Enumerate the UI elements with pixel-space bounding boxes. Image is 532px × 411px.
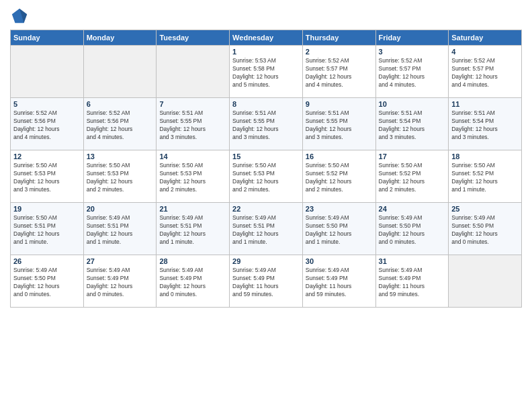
calendar-cell: 13Sunrise: 5:50 AM Sunset: 5:53 PM Dayli… bbox=[83, 150, 157, 203]
day-number: 29 bbox=[232, 257, 300, 265]
day-number: 17 bbox=[379, 152, 446, 161]
calendar-cell: 3Sunrise: 5:52 AM Sunset: 5:57 PM Daylig… bbox=[375, 46, 449, 98]
day-detail: Sunrise: 5:49 AM Sunset: 5:50 PM Dayligh… bbox=[451, 214, 519, 246]
day-detail: Sunrise: 5:52 AM Sunset: 5:56 PM Dayligh… bbox=[87, 109, 154, 142]
week-row-1: 1Sunrise: 5:53 AM Sunset: 5:58 PM Daylig… bbox=[11, 46, 522, 98]
day-detail: Sunrise: 5:49 AM Sunset: 5:51 PM Dayligh… bbox=[232, 214, 300, 246]
week-row-4: 19Sunrise: 5:50 AM Sunset: 5:51 PM Dayli… bbox=[11, 203, 522, 255]
day-detail: Sunrise: 5:49 AM Sunset: 5:50 PM Dayligh… bbox=[306, 214, 373, 246]
day-number: 13 bbox=[87, 152, 154, 161]
day-number: 28 bbox=[159, 257, 226, 265]
calendar-cell: 7Sunrise: 5:51 AM Sunset: 5:55 PM Daylig… bbox=[157, 98, 230, 150]
day-number: 26 bbox=[13, 257, 81, 265]
day-header-monday: Monday bbox=[83, 30, 157, 46]
calendar-cell: 2Sunrise: 5:52 AM Sunset: 5:57 PM Daylig… bbox=[302, 46, 375, 98]
calendar-cell: 4Sunrise: 5:52 AM Sunset: 5:57 PM Daylig… bbox=[449, 46, 522, 98]
day-detail: Sunrise: 5:50 AM Sunset: 5:53 PM Dayligh… bbox=[13, 162, 81, 194]
calendar-cell: 20Sunrise: 5:49 AM Sunset: 5:51 PM Dayli… bbox=[83, 203, 157, 255]
calendar-cell bbox=[83, 46, 157, 98]
day-detail: Sunrise: 5:49 AM Sunset: 5:51 PM Dayligh… bbox=[87, 214, 154, 246]
day-detail: Sunrise: 5:51 AM Sunset: 5:55 PM Dayligh… bbox=[232, 109, 300, 142]
day-detail: Sunrise: 5:53 AM Sunset: 5:58 PM Dayligh… bbox=[232, 57, 300, 89]
week-row-3: 12Sunrise: 5:50 AM Sunset: 5:53 PM Dayli… bbox=[11, 150, 522, 203]
day-number: 8 bbox=[232, 100, 300, 108]
day-number: 24 bbox=[379, 205, 446, 213]
calendar-cell bbox=[11, 46, 84, 98]
calendar-cell: 11Sunrise: 5:51 AM Sunset: 5:54 PM Dayli… bbox=[449, 98, 522, 150]
day-detail: Sunrise: 5:52 AM Sunset: 5:57 PM Dayligh… bbox=[306, 57, 373, 89]
calendar-cell: 12Sunrise: 5:50 AM Sunset: 5:53 PM Dayli… bbox=[11, 150, 84, 203]
day-header-sunday: Sunday bbox=[11, 30, 84, 46]
day-detail: Sunrise: 5:50 AM Sunset: 5:52 PM Dayligh… bbox=[451, 162, 519, 194]
calendar-table: SundayMondayTuesdayWednesdayThursdayFrid… bbox=[10, 30, 522, 308]
day-detail: Sunrise: 5:51 AM Sunset: 5:54 PM Dayligh… bbox=[379, 109, 446, 142]
day-number: 6 bbox=[87, 100, 154, 108]
day-number: 10 bbox=[379, 100, 446, 108]
calendar-cell: 28Sunrise: 5:49 AM Sunset: 5:49 PM Dayli… bbox=[157, 255, 230, 308]
day-header-thursday: Thursday bbox=[302, 30, 375, 46]
week-row-2: 5Sunrise: 5:52 AM Sunset: 5:56 PM Daylig… bbox=[11, 98, 522, 150]
day-number: 27 bbox=[87, 257, 154, 265]
day-number: 2 bbox=[306, 48, 373, 56]
day-number: 21 bbox=[159, 205, 226, 213]
day-number: 7 bbox=[159, 100, 226, 108]
calendar-cell: 8Sunrise: 5:51 AM Sunset: 5:55 PM Daylig… bbox=[230, 98, 303, 150]
calendar-cell: 23Sunrise: 5:49 AM Sunset: 5:50 PM Dayli… bbox=[302, 203, 375, 255]
calendar-cell: 25Sunrise: 5:49 AM Sunset: 5:50 PM Dayli… bbox=[449, 203, 522, 255]
calendar-cell bbox=[449, 255, 522, 308]
day-number: 18 bbox=[451, 152, 519, 161]
day-detail: Sunrise: 5:49 AM Sunset: 5:49 PM Dayligh… bbox=[306, 267, 373, 299]
calendar-cell: 17Sunrise: 5:50 AM Sunset: 5:52 PM Dayli… bbox=[375, 150, 449, 203]
calendar-cell: 27Sunrise: 5:49 AM Sunset: 5:49 PM Dayli… bbox=[83, 255, 157, 308]
day-detail: Sunrise: 5:51 AM Sunset: 5:55 PM Dayligh… bbox=[306, 109, 373, 142]
day-header-saturday: Saturday bbox=[449, 30, 522, 46]
calendar-cell: 14Sunrise: 5:50 AM Sunset: 5:53 PM Dayli… bbox=[157, 150, 230, 203]
calendar-cell: 30Sunrise: 5:49 AM Sunset: 5:49 PM Dayli… bbox=[302, 255, 375, 308]
logo-icon bbox=[10, 7, 29, 26]
week-row-5: 26Sunrise: 5:49 AM Sunset: 5:50 PM Dayli… bbox=[11, 255, 522, 308]
calendar-cell: 22Sunrise: 5:49 AM Sunset: 5:51 PM Dayli… bbox=[230, 203, 303, 255]
day-number: 9 bbox=[306, 100, 373, 108]
day-number: 31 bbox=[379, 257, 446, 265]
day-detail: Sunrise: 5:50 AM Sunset: 5:53 PM Dayligh… bbox=[87, 162, 154, 194]
day-number: 4 bbox=[451, 48, 519, 56]
day-detail: Sunrise: 5:49 AM Sunset: 5:50 PM Dayligh… bbox=[379, 214, 446, 246]
day-detail: Sunrise: 5:51 AM Sunset: 5:55 PM Dayligh… bbox=[159, 109, 226, 142]
day-number: 19 bbox=[13, 205, 81, 213]
header bbox=[10, 7, 522, 26]
day-number: 16 bbox=[306, 152, 373, 161]
day-number: 14 bbox=[159, 152, 226, 161]
day-detail: Sunrise: 5:50 AM Sunset: 5:53 PM Dayligh… bbox=[159, 162, 226, 194]
calendar-cell: 21Sunrise: 5:49 AM Sunset: 5:51 PM Dayli… bbox=[157, 203, 230, 255]
calendar-cell bbox=[157, 46, 230, 98]
days-header-row: SundayMondayTuesdayWednesdayThursdayFrid… bbox=[11, 30, 522, 46]
calendar-cell: 6Sunrise: 5:52 AM Sunset: 5:56 PM Daylig… bbox=[83, 98, 157, 150]
calendar-cell: 10Sunrise: 5:51 AM Sunset: 5:54 PM Dayli… bbox=[375, 98, 449, 150]
day-number: 12 bbox=[13, 152, 81, 161]
calendar-cell: 9Sunrise: 5:51 AM Sunset: 5:55 PM Daylig… bbox=[302, 98, 375, 150]
calendar-cell: 19Sunrise: 5:50 AM Sunset: 5:51 PM Dayli… bbox=[11, 203, 84, 255]
calendar-container: SundayMondayTuesdayWednesdayThursdayFrid… bbox=[0, 0, 532, 311]
day-number: 25 bbox=[451, 205, 519, 213]
calendar-cell: 5Sunrise: 5:52 AM Sunset: 5:56 PM Daylig… bbox=[11, 98, 84, 150]
day-detail: Sunrise: 5:52 AM Sunset: 5:57 PM Dayligh… bbox=[451, 57, 519, 89]
day-number: 15 bbox=[232, 152, 300, 161]
day-number: 30 bbox=[306, 257, 373, 265]
calendar-cell: 18Sunrise: 5:50 AM Sunset: 5:52 PM Dayli… bbox=[449, 150, 522, 203]
day-detail: Sunrise: 5:50 AM Sunset: 5:52 PM Dayligh… bbox=[379, 162, 446, 194]
day-detail: Sunrise: 5:52 AM Sunset: 5:57 PM Dayligh… bbox=[379, 57, 446, 89]
day-detail: Sunrise: 5:50 AM Sunset: 5:52 PM Dayligh… bbox=[306, 162, 373, 194]
calendar-cell: 24Sunrise: 5:49 AM Sunset: 5:50 PM Dayli… bbox=[375, 203, 449, 255]
day-detail: Sunrise: 5:49 AM Sunset: 5:49 PM Dayligh… bbox=[379, 267, 446, 299]
calendar-cell: 29Sunrise: 5:49 AM Sunset: 5:49 PM Dayli… bbox=[230, 255, 303, 308]
day-detail: Sunrise: 5:49 AM Sunset: 5:49 PM Dayligh… bbox=[159, 267, 226, 299]
day-detail: Sunrise: 5:49 AM Sunset: 5:50 PM Dayligh… bbox=[13, 267, 81, 299]
day-number: 5 bbox=[13, 100, 81, 108]
day-number: 3 bbox=[379, 48, 446, 56]
day-detail: Sunrise: 5:52 AM Sunset: 5:56 PM Dayligh… bbox=[13, 109, 81, 142]
day-detail: Sunrise: 5:49 AM Sunset: 5:51 PM Dayligh… bbox=[159, 214, 226, 246]
day-detail: Sunrise: 5:50 AM Sunset: 5:51 PM Dayligh… bbox=[13, 214, 81, 246]
day-header-tuesday: Tuesday bbox=[157, 30, 230, 46]
day-detail: Sunrise: 5:50 AM Sunset: 5:53 PM Dayligh… bbox=[232, 162, 300, 194]
calendar-cell: 1Sunrise: 5:53 AM Sunset: 5:58 PM Daylig… bbox=[230, 46, 303, 98]
